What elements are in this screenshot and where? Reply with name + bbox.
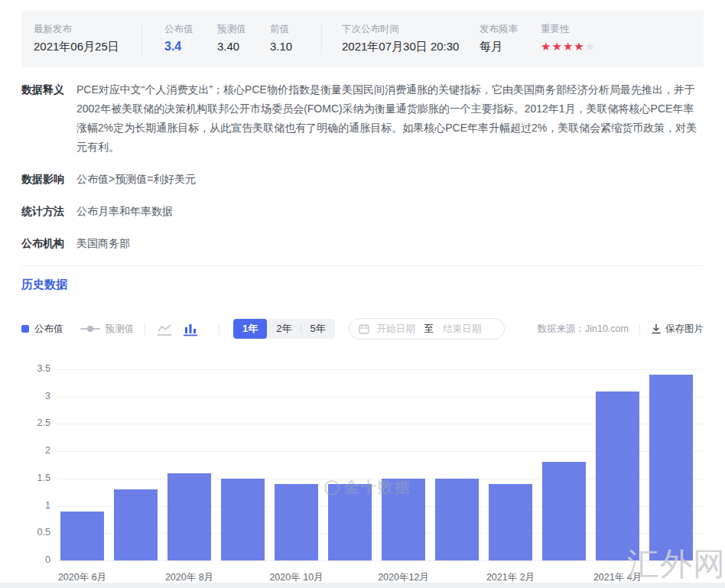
legend-released[interactable]: 公布值 bbox=[21, 323, 63, 336]
range-tab-5y[interactable]: 5年 bbox=[301, 319, 334, 339]
save-image-button[interactable]: 保存图片 bbox=[651, 323, 704, 336]
bar-2020年7月[interactable] bbox=[114, 489, 158, 560]
y-axis-tick-label: 0 bbox=[0, 554, 50, 565]
history-title: 历史数据 bbox=[21, 278, 67, 292]
legend-forecast-label: 预测值 bbox=[106, 323, 135, 336]
importance-label: 重要性 bbox=[541, 23, 570, 36]
toolbar-divider bbox=[219, 323, 219, 335]
summary-divider bbox=[141, 24, 142, 54]
bar-chart-icon[interactable] bbox=[182, 321, 199, 336]
star-icon: ★ bbox=[541, 40, 551, 53]
end-date-placeholder: 结束日期 bbox=[443, 323, 481, 336]
released-swatch-icon bbox=[21, 325, 29, 333]
gridline bbox=[57, 560, 704, 561]
method-label: 统计方法 bbox=[21, 202, 76, 221]
next-release-value: 2021年07月30日 20:30 bbox=[342, 40, 459, 54]
method-text: 公布月率和年率数据 bbox=[76, 202, 173, 221]
jin10-watermark: 金十数据 bbox=[324, 477, 411, 498]
impact-text: 公布值>预测值=利好美元 bbox=[76, 170, 196, 189]
latest-label: 最新发布 bbox=[34, 23, 72, 36]
jin10-logo-icon bbox=[324, 480, 340, 495]
site-watermark: 汇外网 bbox=[627, 543, 725, 586]
download-icon bbox=[651, 323, 662, 334]
published-value: 3.4 bbox=[164, 40, 181, 54]
toolbar-right: 数据来源： Jin10.com 保存图片 bbox=[538, 323, 704, 336]
legend-released-label: 公布值 bbox=[34, 323, 63, 336]
agency-label: 公布机构 bbox=[21, 234, 76, 253]
bar-2021年2月[interactable] bbox=[489, 484, 532, 560]
date-range-picker[interactable]: 开始日期 至 结束日期 bbox=[349, 318, 505, 339]
range-tab-1y[interactable]: 1年 bbox=[233, 319, 267, 339]
data-source-value: Jin10.com bbox=[585, 323, 629, 334]
bar-2020年10月[interactable] bbox=[275, 484, 318, 560]
info-section: 数据释义 PCE对应中文“个人消费支出”；核心PCE物价指数是衡量美国民间消费通… bbox=[21, 80, 704, 266]
previous-label: 前值 bbox=[270, 23, 289, 36]
date-to-label: 至 bbox=[424, 323, 434, 336]
forecast-value: 3.40 bbox=[217, 40, 239, 53]
info-row-impact: 数据影响 公布值>预测值=利好美元 bbox=[21, 170, 704, 189]
next-release-label: 下次公布时间 bbox=[342, 23, 399, 36]
legend-forecast[interactable]: 预测值 bbox=[63, 323, 135, 336]
star-icon: ★ bbox=[551, 40, 562, 53]
y-axis-tick-label: 1 bbox=[0, 500, 50, 511]
forecast-label: 预测值 bbox=[217, 23, 246, 36]
summary-bar: 最新发布 2021年06月25日 公布值 3.4 预测值 3.40 前值 3.1… bbox=[21, 11, 704, 67]
frequency-label: 发布频率 bbox=[480, 23, 518, 36]
section-divider bbox=[21, 265, 704, 266]
bar-2021年3月[interactable] bbox=[542, 462, 586, 560]
line-chart-icon[interactable] bbox=[156, 321, 173, 336]
range-tab-2y[interactable]: 2年 bbox=[267, 319, 301, 339]
forecast-line-dot-icon bbox=[80, 325, 100, 333]
info-row-definition: 数据释义 PCE对应中文“个人消费支出”；核心PCE物价指数是衡量美国民间消费通… bbox=[21, 80, 704, 157]
info-row-method: 统计方法 公布月率和年率数据 bbox=[21, 202, 704, 221]
calendar-icon bbox=[359, 323, 369, 334]
toolbar-divider bbox=[145, 323, 145, 335]
bar-2020年8月[interactable] bbox=[167, 473, 211, 560]
chart-toolbar: 公布值 预测值 1年 2年 5年 bbox=[21, 317, 704, 340]
bar-2021年1月[interactable] bbox=[435, 479, 479, 560]
toolbar-divider bbox=[639, 323, 640, 335]
definition-label: 数据释义 bbox=[21, 80, 76, 157]
save-image-label: 保存图片 bbox=[665, 323, 704, 336]
bar-2020年9月[interactable] bbox=[221, 479, 265, 560]
published-label: 公布值 bbox=[164, 23, 193, 36]
start-date-placeholder: 开始日期 bbox=[377, 323, 415, 336]
y-axis-tick-label: 2 bbox=[0, 445, 50, 456]
star-icon: ★ bbox=[563, 40, 574, 53]
info-row-agency: 公布机构 美国商务部 bbox=[21, 234, 704, 253]
history-chart: 00.511.522.533.52020年 6月2020年 8月2020年 10… bbox=[0, 351, 725, 583]
stars-rating: ★★★★★ bbox=[541, 40, 596, 54]
star-icon: ★ bbox=[585, 40, 596, 53]
frequency-value: 每月 bbox=[480, 40, 502, 54]
y-axis-tick-label: 3.5 bbox=[0, 363, 50, 374]
star-icon: ★ bbox=[574, 40, 584, 53]
bottom-strip bbox=[0, 583, 725, 588]
bar-2020年6月[interactable] bbox=[60, 512, 104, 560]
data-source-label: 数据来源： bbox=[538, 323, 586, 336]
impact-label: 数据影响 bbox=[21, 170, 76, 189]
y-axis-tick-label: 3 bbox=[0, 391, 50, 401]
y-axis-tick-label: 2.5 bbox=[0, 417, 50, 428]
agency-text: 美国商务部 bbox=[76, 234, 130, 253]
summary-divider bbox=[321, 24, 322, 54]
latest-value: 2021年06月25日 bbox=[34, 40, 119, 54]
y-axis-tick-label: 0.5 bbox=[0, 527, 50, 538]
bar-2021年4月[interactable] bbox=[596, 391, 639, 560]
gridline bbox=[57, 369, 704, 370]
definition-text: PCE对应中文“个人消费支出”；核心PCE物价指数是衡量美国民间消费通胀的关键指… bbox=[76, 80, 704, 157]
range-tabs: 1年 2年 5年 bbox=[233, 319, 335, 339]
previous-value: 3.10 bbox=[270, 40, 292, 53]
pce-indicator-page: 最新发布 2021年06月25日 公布值 3.4 预测值 3.40 前值 3.1… bbox=[0, 0, 725, 588]
y-axis-tick-label: 1.5 bbox=[0, 473, 50, 483]
bar-2021年5月[interactable] bbox=[649, 375, 693, 560]
